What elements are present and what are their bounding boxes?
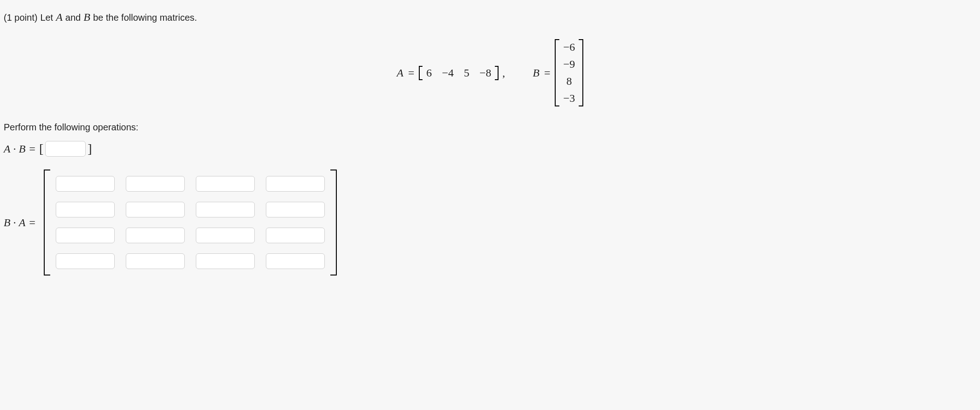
ba-input-r4c4[interactable] — [266, 253, 325, 269]
ba-input-r1c3[interactable] — [196, 176, 255, 192]
problem-intro: (1 point) Let A and B be the following m… — [4, 11, 976, 23]
intro-post: be the following matrices. — [93, 12, 197, 23]
ba-input-r3c3[interactable] — [196, 228, 255, 243]
matrix-A-cell: 5 — [464, 67, 469, 79]
points-label: (1 point) — [4, 12, 37, 23]
dot-operator: · — [11, 217, 19, 229]
left-bracket-icon — [44, 170, 50, 275]
matrix-B-cell: −6 — [563, 41, 575, 53]
ba-B: B — [4, 217, 11, 229]
ba-answer-matrix — [44, 170, 337, 275]
B-label: B — [533, 67, 540, 79]
ab-answer-row: A · B = [ ] — [4, 141, 976, 157]
ba-input-r4c1[interactable] — [56, 253, 115, 269]
right-bracket-icon — [330, 170, 337, 275]
ba-input-r3c4[interactable] — [266, 228, 325, 243]
ba-input-r2c1[interactable] — [56, 202, 115, 217]
left-bracket-icon — [555, 39, 559, 106]
intro-mid: and — [65, 12, 81, 23]
ba-input-r2c3[interactable] — [196, 202, 255, 217]
ba-input-r4c3[interactable] — [196, 253, 255, 269]
ab-A: A — [4, 143, 11, 155]
matrix-B-cell: 8 — [566, 75, 572, 88]
dot-operator: · — [11, 143, 19, 155]
right-bracket-icon: ] — [86, 141, 92, 156]
left-bracket-icon — [419, 66, 423, 80]
ab-input[interactable] — [45, 141, 86, 157]
ba-input-r1c2[interactable] — [126, 176, 185, 192]
matrix-B: −6 −9 8 −3 — [555, 39, 583, 106]
ba-input-r2c4[interactable] — [266, 202, 325, 217]
matrix-A: 6 −4 5 −8 — [419, 66, 499, 80]
matrix-A-cell: 6 — [426, 67, 432, 79]
ba-input-r3c1[interactable] — [56, 228, 115, 243]
matrix-B-cell: −3 — [563, 92, 575, 105]
ba-answer-row: B · A = — [4, 170, 976, 275]
intro-pre: Let — [40, 12, 53, 23]
ba-input-r1c4[interactable] — [266, 176, 325, 192]
ba-input-r3c2[interactable] — [126, 228, 185, 243]
ba-A: A — [19, 217, 26, 229]
matrix-A-cell: −8 — [480, 67, 492, 79]
matrix-definitions: A = 6 −4 5 −8 , B = −6 −9 — [4, 39, 976, 106]
ba-input-r4c2[interactable] — [126, 253, 185, 269]
matrix-A-cell: −4 — [442, 67, 454, 79]
equals-sign: = — [25, 143, 39, 155]
ba-input-r2c2[interactable] — [126, 202, 185, 217]
symbol-A: A — [56, 11, 63, 23]
comma: , — [499, 67, 505, 79]
perform-label: Perform the following operations: — [4, 122, 976, 133]
symbol-B: B — [83, 11, 90, 23]
right-bracket-icon — [579, 39, 583, 106]
equals-sign: = — [540, 67, 555, 79]
ab-B: B — [19, 143, 26, 155]
left-bracket-icon: [ — [39, 141, 43, 156]
equals-sign: = — [25, 217, 39, 229]
equals-sign: = — [404, 67, 419, 79]
right-bracket-icon — [495, 66, 499, 80]
A-label: A — [397, 67, 404, 79]
ba-input-r1c1[interactable] — [56, 176, 115, 192]
matrix-B-cell: −9 — [563, 58, 575, 70]
